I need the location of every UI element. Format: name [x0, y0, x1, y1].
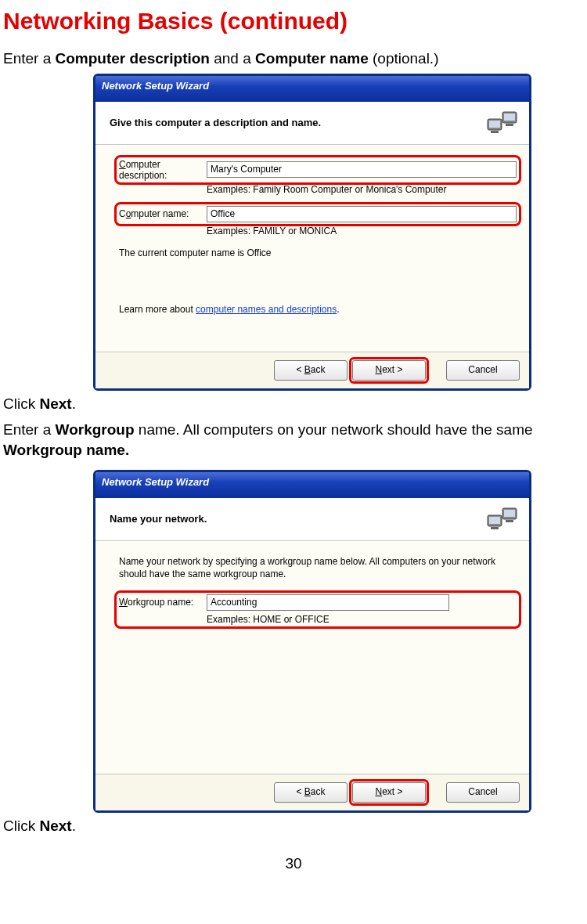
wizard2-screenshot: Network Setup Wizard Name your network. … — [93, 470, 531, 813]
highlight-name-row: Computer name: Office — [119, 206, 517, 222]
svg-rect-7 — [489, 517, 500, 524]
svg-rect-3 — [504, 114, 515, 121]
spacer — [430, 782, 441, 803]
svg-rect-5 — [506, 124, 513, 126]
example-workgroup: Examples: HOME or OFFICE — [207, 614, 517, 625]
computers-icon — [487, 110, 520, 136]
text: and a — [210, 50, 255, 67]
text-bold: Next — [39, 395, 71, 412]
wizard2-intro: Name your network by specifying a workgr… — [119, 555, 517, 580]
instruction-step1: Enter a Computer description and a Compu… — [3, 49, 584, 69]
wizard2-body: Name your network by specifying a workgr… — [95, 541, 529, 774]
svg-rect-11 — [506, 520, 513, 522]
example-comp-desc: Examples: Family Room Computer or Monica… — [207, 184, 517, 195]
page-number: 30 — [3, 855, 584, 872]
spacer — [119, 628, 517, 761]
highlight-next-button: Next > — [352, 360, 426, 381]
svg-rect-4 — [491, 131, 499, 133]
text: Learn more about — [119, 304, 196, 315]
label-comp-name: Computer name: — [119, 208, 207, 219]
input-workgroup[interactable]: Accounting — [207, 594, 449, 611]
text-bold: Computer description — [56, 50, 210, 67]
wizard1-screenshot: Network Setup Wizard Give this computer … — [93, 74, 531, 391]
input-comp-name[interactable]: Office — [207, 206, 517, 222]
text: . — [72, 818, 76, 834]
text-bold: Workgroup — [56, 421, 135, 438]
label-workgroup: Workgroup name: — [119, 597, 207, 608]
spacer — [430, 360, 441, 381]
instruction-step2: Enter a Workgroup name. All computers on… — [3, 420, 584, 460]
text-bold: Next — [39, 818, 71, 834]
back-button[interactable]: < Back — [274, 360, 348, 381]
wizard1-window: Network Setup Wizard Give this computer … — [93, 74, 531, 391]
example-comp-name: Examples: FAMILY or MONICA — [207, 226, 517, 236]
label-comp-desc: CComputer description:omputer descriptio… — [119, 159, 207, 181]
highlight-next-button: Next > — [352, 782, 426, 803]
text: Enter a — [3, 421, 56, 438]
cancel-button[interactable]: Cancel — [446, 360, 520, 381]
next-button[interactable]: Next > — [352, 360, 426, 381]
text: name. All computers on your network shou… — [135, 421, 533, 438]
wizard2-button-row: < Back Next > Cancel — [95, 774, 529, 810]
text-bold: Workgroup name. — [3, 442, 129, 458]
text: Enter a — [3, 50, 56, 67]
row-comp-name: Computer name: Office — [119, 206, 517, 222]
row-workgroup: Workgroup name: Accounting — [119, 594, 517, 611]
wizard2-titlebar: Network Setup Wizard — [95, 472, 529, 498]
instruction-click-next-1: Click Next. — [3, 394, 584, 414]
highlight-workgroup-row: Workgroup name: Accounting Examples: HOM… — [119, 594, 517, 625]
wizard2-header: Name your network. — [95, 498, 529, 541]
wizard1-header: Give this computer a description and nam… — [95, 102, 529, 145]
text: . — [337, 304, 339, 315]
text: . — [72, 395, 76, 412]
svg-rect-10 — [491, 527, 499, 529]
text: (optional.) — [369, 50, 439, 67]
wizard2-heading: Name your network. — [110, 513, 207, 525]
computers-icon — [487, 506, 520, 532]
note-current-name: The current computer name is Office — [119, 247, 517, 258]
wizard1-button-row: < Back Next > Cancel — [95, 352, 529, 388]
text: Click — [3, 818, 39, 834]
next-button[interactable]: Next > — [352, 782, 426, 803]
input-comp-desc[interactable]: Mary's Computer — [207, 161, 517, 178]
wizard1-titlebar: Network Setup Wizard — [95, 76, 529, 102]
instruction-click-next-2: Click Next. — [3, 816, 584, 836]
svg-rect-1 — [489, 121, 500, 128]
learn-more-line: Learn more about computer names and desc… — [119, 304, 517, 315]
text: Click — [3, 395, 39, 412]
back-button[interactable]: < Back — [274, 782, 348, 803]
link-learn-more[interactable]: computer names and descriptions — [196, 304, 337, 315]
row-comp-desc: CComputer description:omputer descriptio… — [119, 159, 517, 181]
wizard1-heading: Give this computer a description and nam… — [110, 117, 321, 128]
text-bold: Computer name — [255, 50, 369, 67]
highlight-desc-row: CComputer description:omputer descriptio… — [119, 159, 517, 181]
cancel-button[interactable]: Cancel — [446, 782, 520, 803]
svg-rect-9 — [504, 510, 515, 517]
page-title: Networking Basics (continued) — [3, 8, 584, 34]
wizard2-window: Network Setup Wizard Name your network. … — [93, 470, 531, 813]
wizard1-body: CComputer description:omputer descriptio… — [95, 145, 529, 352]
